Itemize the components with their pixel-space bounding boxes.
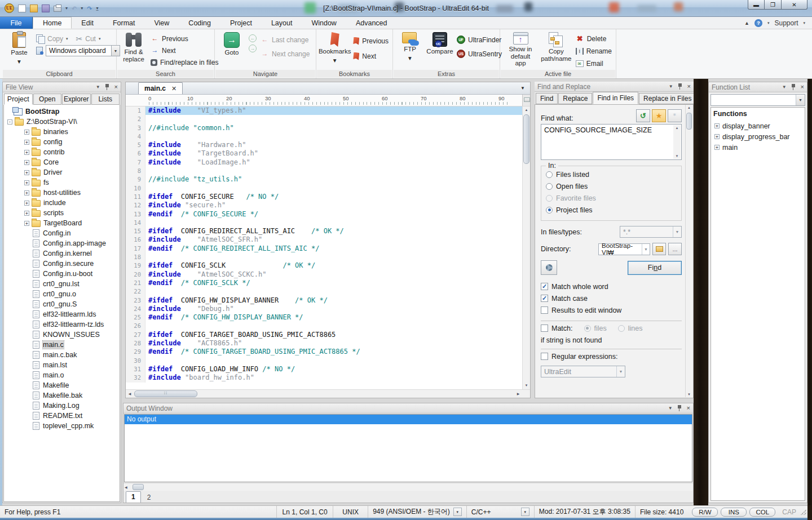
ribbon-tab[interactable]: Format bbox=[103, 17, 145, 29]
scroll-down-icon[interactable]: ▼ bbox=[686, 393, 692, 396]
tree-item[interactable]: Makefile bbox=[4, 380, 120, 390]
resize-grip[interactable] bbox=[801, 509, 806, 515]
tree-item[interactable]: crt0_gnu.lst bbox=[4, 279, 120, 289]
tab-list-dropdown-icon[interactable]: ▼ bbox=[520, 86, 530, 91]
directory-select[interactable]: BootStrap-VI₩▼ bbox=[598, 243, 650, 255]
active-file-dir-button[interactable] bbox=[652, 243, 666, 255]
goto-button[interactable]: → Goto bbox=[219, 31, 245, 69]
scrollbar-thumb[interactable] bbox=[686, 113, 692, 130]
history-button[interactable]: ↺ bbox=[636, 109, 650, 122]
maximize-button[interactable]: ❐ bbox=[765, 0, 782, 10]
code-line[interactable]: 14 bbox=[126, 219, 522, 227]
code-line[interactable]: 11 #ifdef CONFIG_SECURE /* NO */ bbox=[126, 193, 522, 201]
tree-item[interactable]: + include bbox=[4, 198, 120, 208]
tree-item[interactable]: + host-utilities bbox=[4, 188, 120, 198]
status-syntax[interactable]: C/C++ ▼ bbox=[466, 506, 534, 518]
find-button[interactable]: Find bbox=[628, 261, 682, 275]
tree-expander-icon[interactable]: + bbox=[24, 130, 29, 135]
favorites-button[interactable]: ★ bbox=[652, 109, 666, 122]
copy-button[interactable]: Copy▾ bbox=[36, 33, 68, 44]
tree-expander-icon[interactable]: + bbox=[714, 145, 720, 150]
help-dropdown-icon[interactable]: ▾ bbox=[767, 21, 770, 25]
tree-item[interactable]: + binaries bbox=[4, 127, 120, 137]
tree-item[interactable]: elf32-littlearm.lds bbox=[4, 309, 120, 319]
scrollbar-thumb[interactable] bbox=[133, 484, 144, 490]
code-line[interactable]: 18 bbox=[126, 253, 522, 261]
ultrasentry-button[interactable]: USUltraSentry bbox=[457, 48, 502, 59]
chevron-down-icon[interactable]: ▼ bbox=[796, 95, 805, 105]
status-toggle-button[interactable]: R/W bbox=[692, 508, 718, 517]
search-previous-button[interactable]: ←Previous bbox=[151, 33, 218, 44]
next-change-button[interactable]: →Next change bbox=[261, 48, 310, 59]
tree-item[interactable]: + scripts bbox=[4, 208, 120, 218]
syntax-dropdown-icon[interactable]: ▼ bbox=[521, 508, 529, 516]
pin-icon[interactable] bbox=[678, 83, 683, 90]
open-file-icon[interactable] bbox=[30, 5, 38, 12]
code-line[interactable]: 7 #include "LoadImage.h" bbox=[126, 158, 522, 167]
tree-item[interactable]: elf32-littlearm-tz.lds bbox=[4, 319, 120, 330]
support-menu[interactable]: Support bbox=[774, 19, 798, 27]
tree-item[interactable]: Making.Log bbox=[4, 401, 120, 411]
tree-expander-icon[interactable]: + bbox=[24, 150, 29, 155]
chevron-down-icon[interactable]: ▼ bbox=[616, 366, 625, 377]
tree-item[interactable]: Makefile.bak bbox=[4, 390, 120, 401]
ribbon-tab[interactable]: View bbox=[144, 17, 179, 29]
tree-expander-icon[interactable]: + bbox=[24, 201, 29, 206]
tree-item[interactable]: + config bbox=[4, 137, 120, 147]
panel-menu-icon[interactable]: ▼ bbox=[96, 85, 100, 90]
code-line[interactable]: 16 #include "AtmelSOC_SFR.h" bbox=[126, 235, 522, 244]
code-line[interactable]: 21 #endif /* CONFIG_SCLK */ bbox=[126, 279, 522, 287]
tree-expander-icon[interactable]: + bbox=[714, 134, 720, 139]
new-file-icon[interactable] bbox=[18, 5, 26, 12]
panel-menu-icon[interactable]: ▼ bbox=[782, 85, 787, 90]
tree-expander-icon[interactable]: + bbox=[24, 170, 29, 175]
regex-engine-select[interactable]: UltraEdit▼ bbox=[541, 366, 625, 377]
close-button[interactable]: ✕ bbox=[782, 0, 807, 10]
match-lines-radio[interactable]: lines bbox=[618, 322, 643, 334]
scrollbar-thumb[interactable] bbox=[134, 390, 197, 397]
find-replace-in-files-button[interactable]: Find/replace in files bbox=[151, 57, 218, 68]
code-line[interactable]: 22 bbox=[126, 287, 522, 296]
code-line[interactable]: 20 #include "AtmelSOC_SCKC.h" bbox=[126, 270, 522, 279]
file-view-tab[interactable]: Lists bbox=[91, 94, 120, 105]
find-panel-caption[interactable]: Find and Replace ▼ × bbox=[535, 82, 694, 92]
browse-directory-button[interactable]: ... bbox=[668, 243, 682, 255]
search-next-button[interactable]: →Next bbox=[151, 45, 218, 56]
scroll-up-icon[interactable]: ▲ bbox=[686, 106, 692, 109]
back-circle-icon[interactable]: ← bbox=[249, 34, 257, 42]
find-option-checkbox[interactable]: ✓Match whole word bbox=[541, 281, 682, 292]
copy-path-name-button[interactable]: Copy path/name bbox=[541, 31, 572, 69]
file-view-tab[interactable]: Explorer bbox=[62, 94, 91, 105]
bookmarks-button[interactable]: Bookmarks ▾ bbox=[320, 31, 349, 69]
scroll-right-icon[interactable]: ▶ bbox=[514, 390, 522, 398]
tree-item[interactable]: Config.in.kernel bbox=[4, 248, 120, 259]
code-line[interactable]: 25 #endif /* CONFIG_HW_DISPLAY_BANNER */ bbox=[126, 313, 522, 322]
code-line[interactable]: 6 #include "TargetBoard.h" bbox=[126, 149, 522, 158]
editor-tab-main-c[interactable]: main.c ✕ bbox=[138, 82, 183, 94]
help-icon[interactable]: ? bbox=[754, 19, 762, 27]
ribbon-tab[interactable]: Layout bbox=[262, 17, 302, 29]
tree-expander-icon[interactable]: - bbox=[7, 119, 12, 125]
scroll-left-icon[interactable]: ◀ bbox=[126, 390, 134, 398]
ftp-dropdown-icon[interactable]: ▾ bbox=[408, 54, 412, 62]
tree-item[interactable]: + contrib bbox=[4, 147, 120, 157]
find-panel-tab[interactable]: Replace in Files bbox=[639, 93, 696, 104]
show-in-default-app-button[interactable]: Show in default app bbox=[504, 31, 537, 69]
scrollbar-thumb[interactable] bbox=[523, 114, 529, 164]
paste-dropdown-icon[interactable]: ▾ bbox=[17, 57, 21, 65]
tree-expander-icon[interactable]: + bbox=[714, 123, 720, 128]
find-replace-button[interactable]: Find & replace bbox=[121, 31, 147, 69]
function-item[interactable]: + display_banner bbox=[713, 121, 805, 131]
tree-item[interactable]: crt0_gnu.S bbox=[4, 299, 120, 309]
tree-item[interactable]: main.o bbox=[4, 370, 120, 380]
panel-menu-icon[interactable]: ▼ bbox=[669, 84, 673, 89]
ribbon-tab[interactable]: Edit bbox=[72, 17, 103, 29]
find-panel-tab[interactable]: Find bbox=[536, 93, 558, 104]
email-file-button[interactable]: ✉Email bbox=[576, 58, 612, 69]
output-tab[interactable]: 2 bbox=[142, 492, 156, 503]
support-dropdown-icon[interactable]: ▾ bbox=[803, 21, 805, 25]
find-what-input[interactable]: CONFIG_SOURCE_IMAGE_SIZE ▲▼ bbox=[541, 124, 682, 160]
tree-item[interactable]: main.c.bak bbox=[4, 350, 120, 360]
bookmark-previous-button[interactable]: ‹Previous bbox=[353, 35, 389, 46]
file-view-tab[interactable]: Open bbox=[33, 94, 62, 105]
